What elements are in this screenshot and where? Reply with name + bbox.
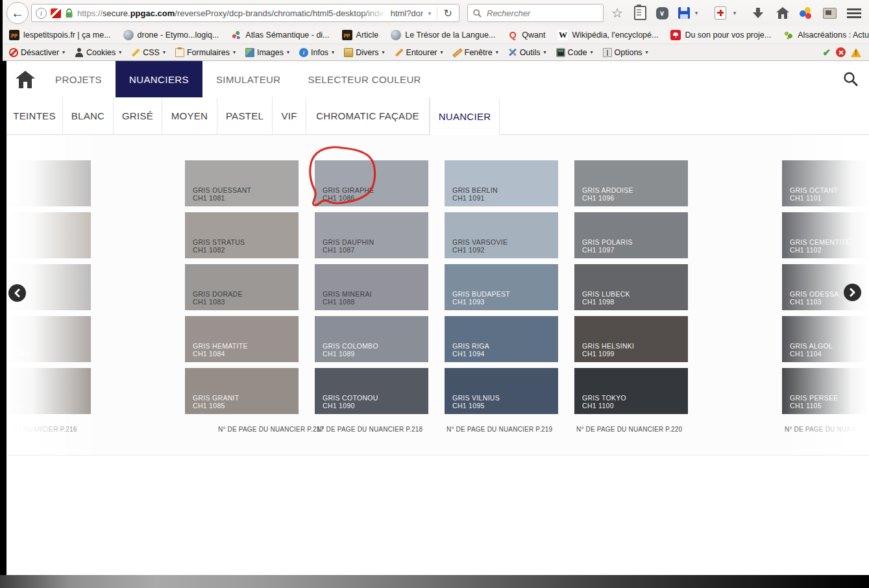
error-icon[interactable]: [836, 47, 846, 57]
nav-item-selecteur-couleur[interactable]: SELECTEUR COULEUR: [295, 61, 435, 97]
tab-moyen[interactable]: MOYEN: [162, 97, 217, 134]
swatch-code: CH1 1082: [193, 246, 295, 254]
firstaid-page-icon: [715, 6, 726, 19]
dropdown-caret-icon: ▾: [62, 49, 65, 55]
menu-icon[interactable]: [846, 5, 862, 21]
session-restore-icon[interactable]: [713, 5, 728, 21]
site-search-icon[interactable]: [843, 71, 859, 87]
color-swatch[interactable]: GRIS ARDOISECH1 1096: [574, 160, 688, 206]
warning-icon[interactable]: [851, 48, 861, 57]
color-swatch[interactable]: GRIS STRATUSCH1 1082: [185, 212, 299, 258]
browser-search-box[interactable]: [467, 4, 604, 22]
tab-vif[interactable]: VIF: [273, 97, 306, 134]
carousel-next-button[interactable]: [844, 284, 861, 301]
color-swatch[interactable]: GRIS POLARISCH1 1097: [574, 212, 688, 258]
downloads-icon[interactable]: [750, 5, 766, 21]
color-swatch[interactable]: GRIS DORADECH1 1083: [185, 264, 299, 310]
url-text[interactable]: https://secure.ppgac.com/reverseProxy/dc…: [77, 8, 423, 18]
color-swatch[interactable]: GRIS HELSINKICH1 1099: [574, 316, 688, 362]
extension-badge-icon[interactable]: [51, 8, 61, 18]
bookmark-item[interactable]: WWikipédia, l'encyclopé...: [557, 30, 658, 40]
proxy-dots-icon[interactable]: [798, 5, 814, 21]
color-swatch[interactable]: GRIS COLOMBOCH1 1089: [315, 316, 428, 362]
star-icon: ☆: [611, 5, 623, 21]
bookmark-item[interactable]: Le Trésor de la Langue...: [391, 30, 495, 40]
color-swatch[interactable]: GRIS ALGOLCH1 1104: [782, 316, 869, 362]
nav-item-simulateur[interactable]: SIMULATEUR: [202, 61, 295, 97]
back-button[interactable]: ←: [6, 2, 29, 24]
color-swatch[interactable]: [6, 212, 91, 258]
clippings-icon[interactable]: [632, 5, 648, 21]
url-subdomain: secure.: [103, 8, 130, 18]
swatch-name: GRIS BUDAPEST: [452, 290, 554, 298]
tab-teintes[interactable]: TEINTES: [6, 97, 63, 134]
url-bar[interactable]: i https://secure.ppgac.com/reverseProxy/…: [31, 4, 459, 22]
dev-menu-divers[interactable]: Divers▾: [344, 48, 384, 57]
tab-chromatic-façade[interactable]: CHROMATIC FAÇADE: [306, 97, 430, 134]
dev-menu-options[interactable]: Options▾: [603, 48, 648, 57]
dev-menu-cookies[interactable]: Cookies▾: [75, 48, 121, 57]
nav-item-nuanciers[interactable]: NUANCIERS: [116, 61, 202, 97]
site-home-icon[interactable]: [16, 71, 35, 88]
screenshot-icon[interactable]: [822, 5, 837, 21]
bookmark-item[interactable]: Du son pour vos proje...: [670, 30, 771, 40]
page-info-icon[interactable]: i: [36, 8, 47, 19]
color-swatch[interactable]: E: [6, 160, 91, 206]
bookmark-star-icon[interactable]: ☆: [609, 5, 625, 21]
swatch-code: CH1 1089: [323, 350, 424, 358]
save-dropdown-icon[interactable]: ▾: [692, 5, 700, 21]
color-swatch[interactable]: GRIS VILNIUSCH1 1095: [445, 368, 558, 414]
color-swatch[interactable]: GRIS TOKYOCH1 1100: [574, 368, 688, 414]
search-input[interactable]: [485, 8, 598, 19]
color-swatch[interactable]: GRIS PERSEECH1 1105: [782, 368, 869, 414]
valid-check-icon[interactable]: ✔: [822, 47, 831, 58]
color-swatch[interactable]: GRIS LUBECKCH1 1098: [574, 264, 688, 310]
color-swatch[interactable]: GRIS BUDAPESTCH1 1093: [445, 264, 558, 310]
page-number-label: DU NUANCIER P.216: [12, 426, 77, 433]
color-swatch[interactable]: GRIS MINERAICH1 1088: [315, 264, 428, 310]
color-swatch[interactable]: GRIS DAUPHINCH1 1087: [315, 212, 428, 258]
carousel-prev-button[interactable]: [8, 284, 26, 302]
color-swatch[interactable]: GRIS OUESSANTCH1 1081: [185, 160, 299, 206]
browser-home-icon[interactable]: [775, 5, 790, 21]
color-swatch[interactable]: GRIS RIGACH1 1094: [445, 316, 558, 362]
reload-icon[interactable]: ↻: [441, 7, 455, 19]
pocket-icon[interactable]: ∨: [654, 5, 670, 21]
dev-menu-infos[interactable]: iInfos▾: [299, 48, 334, 57]
session-dropdown-icon[interactable]: ▾: [731, 5, 739, 21]
url-dropdown-icon[interactable]: ▾: [427, 10, 433, 17]
color-swatch[interactable]: GRIS CEMENTITECH1 1102: [782, 212, 869, 258]
color-swatch[interactable]: GRIS VARSOVIECH1 1092: [445, 212, 558, 258]
bookmark-item[interactable]: pplespetitspois.fr | ça me...: [9, 30, 111, 40]
save-page-icon[interactable]: [676, 5, 692, 21]
bookmark-item[interactable]: Alsacréations : Actuali...: [783, 30, 869, 40]
dev-menu-code[interactable]: Code▾: [556, 48, 593, 57]
dev-menu-outils[interactable]: Outils▾: [508, 48, 546, 57]
dev-menu-désactiver[interactable]: Désactiver▾: [9, 48, 65, 57]
tab-grisé[interactable]: GRISÉ: [114, 97, 162, 134]
color-swatch[interactable]: GRIS GIRAPHECH1 1086: [315, 160, 428, 206]
dev-menu-entourer[interactable]: Entourer▾: [395, 48, 443, 57]
color-swatch[interactable]: GRIS HEMATITECH1 1084: [185, 316, 299, 362]
tab-nuancier[interactable]: NUANCIER: [430, 97, 500, 135]
tab-blanc[interactable]: BLANC: [63, 97, 114, 134]
nav-item-projets[interactable]: PROJETS: [42, 61, 116, 97]
dev-menu-images[interactable]: Images▾: [245, 48, 289, 57]
color-swatch[interactable]: V: [6, 368, 91, 414]
color-swatch[interactable]: PAN: [6, 316, 91, 362]
bookmarks-list: pplespetitspois.fr | ça me...drone - Ety…: [9, 30, 869, 40]
tab-pastel[interactable]: PASTEL: [217, 97, 273, 134]
color-swatch[interactable]: GRIS GRANITCH1 1085: [185, 368, 299, 414]
dev-menu-formulaires[interactable]: Formulaires▾: [175, 48, 236, 57]
dev-menu-fenêtre[interactable]: Fenêtre▾: [453, 48, 498, 57]
color-swatch[interactable]: GRIS BERLINCH1 1091: [445, 160, 558, 206]
bookmarks-toolbar: pplespetitspois.fr | ça me...drone - Ety…: [3, 26, 869, 43]
bookmark-item[interactable]: QQwant: [508, 30, 545, 40]
bookmark-item[interactable]: drone - Etymo...logiq...: [123, 30, 219, 40]
bookmark-item[interactable]: ppArticle: [342, 30, 379, 40]
dev-menu-css[interactable]: CSS▾: [131, 48, 165, 57]
tab-bar-filler: [500, 97, 869, 134]
color-swatch[interactable]: GRIS COTONOUCH1 1090: [315, 368, 428, 414]
bookmark-item[interactable]: Atlas Sémantique - di...: [231, 30, 329, 40]
color-swatch[interactable]: GRIS OCTANTCH1 1101: [782, 160, 869, 206]
